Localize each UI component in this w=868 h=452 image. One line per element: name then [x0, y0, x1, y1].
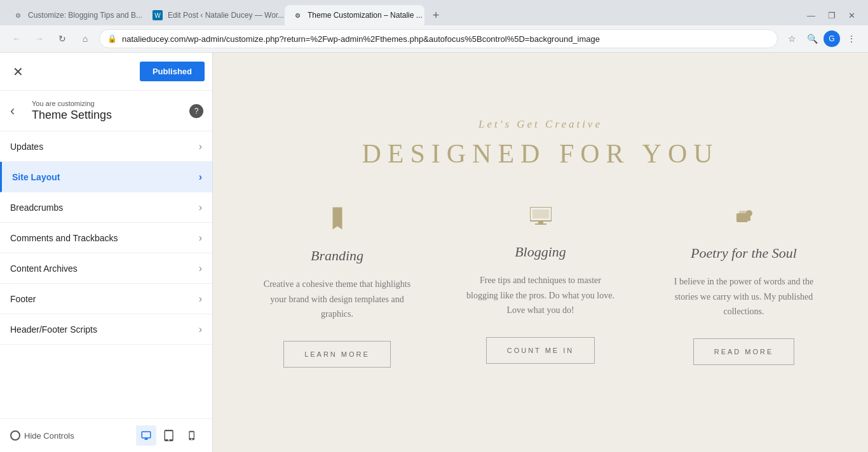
sidebar-item-comments-trackbacks-label: Comments and Trackbacks	[10, 233, 118, 243]
sidebar-header: ✕ Published	[0, 53, 212, 91]
sidebar-item-content-archives-label: Content Archives	[10, 263, 78, 274]
features-grid: Branding Creative a cohesive theme that …	[223, 207, 858, 387]
sidebar-item-breadcrumbs[interactable]: Breadcrumbs ›	[0, 192, 212, 223]
updates-arrow-icon: ›	[199, 141, 202, 152]
hide-controls-button[interactable]: Hide Controls	[10, 430, 74, 441]
branding-button[interactable]: LEARN MORE	[283, 341, 391, 368]
feature-card-blogging: Blogging Free tips and techniques to mas…	[439, 207, 642, 387]
svg-rect-7	[748, 216, 750, 221]
sidebar-item-footer-label: Footer	[10, 294, 36, 304]
reload-button[interactable]: ↻	[53, 30, 71, 48]
hero-subtitle: Let's Get Creative	[478, 118, 602, 131]
new-tab-button[interactable]: +	[427, 6, 445, 24]
forward-nav-button[interactable]: →	[31, 30, 48, 48]
poetry-description: I believe in the power of words and the …	[668, 274, 820, 319]
poetry-icon	[734, 207, 754, 232]
address-text: natalieducey.com/wp-admin/customize.php?…	[122, 34, 600, 44]
preview-content: Let's Get Creative DESIGNED FOR YOU Bran…	[213, 53, 868, 452]
search-button[interactable]: 🔍	[803, 30, 821, 48]
mobile-icon	[187, 430, 197, 441]
published-button[interactable]: Published	[140, 62, 205, 81]
sidebar-item-header-footer-scripts[interactable]: Header/Footer Scripts ›	[0, 314, 212, 345]
tab-1-label: Customize: Blogging Tips and B...	[28, 11, 142, 20]
tab-bar: ⚙ Customize: Blogging Tips and B... ✕ W …	[0, 0, 868, 25]
poetry-button[interactable]: READ MORE	[693, 338, 795, 365]
preview-area: Let's Get Creative DESIGNED FOR YOU Bran…	[213, 53, 868, 452]
home-button[interactable]: ⌂	[76, 30, 94, 48]
maximize-button[interactable]: ❐	[828, 11, 836, 20]
customizing-label: You are customizing	[32, 100, 202, 107]
svg-point-6	[746, 210, 752, 216]
main-area: ✕ Published ‹ You are customizing Theme …	[0, 53, 868, 452]
desktop-view-button[interactable]	[136, 425, 156, 446]
tablet-view-button[interactable]	[159, 425, 179, 446]
header-footer-scripts-arrow-icon: ›	[199, 324, 202, 335]
tab-1-favicon: ⚙	[13, 10, 23, 20]
tab-3-favicon: ⚙	[292, 10, 302, 20]
mobile-view-button[interactable]	[182, 425, 202, 446]
blogging-icon	[530, 207, 552, 231]
back-nav-button[interactable]: ←	[8, 30, 25, 48]
blogging-description: Free tips and techniques to master blogg…	[465, 273, 617, 318]
content-archives-arrow-icon: ›	[199, 263, 202, 274]
back-button[interactable]: ‹	[10, 103, 15, 119]
sidebar-item-site-layout-label: Site Layout	[12, 172, 60, 182]
sidebar-item-updates-label: Updates	[10, 142, 43, 152]
feature-card-poetry: Poetry for the Soul I believe in the pow…	[642, 207, 846, 387]
menu-items: Updates › Site Layout › Breadcrumbs › Co…	[0, 131, 212, 418]
poetry-title: Poetry for the Soul	[691, 245, 797, 262]
branding-title: Branding	[311, 248, 363, 264]
minimize-button[interactable]: —	[807, 11, 815, 20]
hero-title: DESIGNED FOR YOU	[362, 138, 719, 169]
breadcrumbs-arrow-icon: ›	[199, 202, 202, 213]
sidebar-item-updates[interactable]: Updates ›	[0, 131, 212, 162]
browser-actions: ☆ 🔍 G ⋮	[783, 30, 860, 48]
close-window-button[interactable]: ✕	[848, 11, 855, 20]
branding-icon	[328, 207, 347, 235]
hide-controls-label: Hide Controls	[24, 431, 74, 441]
bookmark-button[interactable]: ☆	[783, 30, 801, 48]
hide-controls-circle-icon	[10, 430, 20, 441]
tab-1[interactable]: ⚙ Customize: Blogging Tips and B... ✕	[5, 5, 145, 25]
sidebar: ✕ Published ‹ You are customizing Theme …	[0, 53, 213, 452]
svg-rect-1	[532, 209, 549, 218]
svg-rect-3	[535, 223, 546, 225]
lock-icon: 🔒	[107, 34, 117, 43]
tab-3-label: Theme Customization – Natalie ...	[308, 11, 423, 20]
sidebar-item-footer[interactable]: Footer ›	[0, 284, 212, 314]
menu-button[interactable]: ⋮	[843, 30, 860, 48]
sidebar-item-content-archives[interactable]: Content Archives ›	[0, 253, 212, 284]
sidebar-item-breadcrumbs-label: Breadcrumbs	[10, 203, 63, 213]
footer-arrow-icon: ›	[199, 293, 202, 305]
site-layout-arrow-icon: ›	[199, 171, 202, 183]
branding-description: Creative a cohesive theme that highlight…	[261, 277, 414, 322]
tablet-icon	[163, 430, 175, 441]
blogging-button[interactable]: COUNT ME IN	[486, 337, 595, 364]
address-bar-row: ← → ↻ ⌂ 🔒 natalieducey.com/wp-admin/cust…	[0, 25, 868, 52]
browser-chrome: ⚙ Customize: Blogging Tips and B... ✕ W …	[0, 0, 868, 53]
sidebar-item-header-footer-scripts-label: Header/Footer Scripts	[10, 324, 97, 335]
blogging-title: Blogging	[515, 244, 566, 260]
theme-title: Theme Settings	[32, 109, 202, 122]
tab-2-favicon: W	[153, 10, 163, 20]
profile-button[interactable]: G	[824, 30, 840, 47]
window-controls: — ❐ ✕	[807, 11, 863, 20]
sidebar-item-site-layout[interactable]: Site Layout ›	[0, 162, 212, 192]
sidebar-title-area: ‹ You are customizing Theme Settings ?	[0, 91, 212, 131]
device-buttons	[136, 425, 202, 446]
svg-rect-2	[538, 221, 543, 223]
feature-card-branding: Branding Creative a cohesive theme that …	[236, 207, 439, 387]
tab-3[interactable]: ⚙ Theme Customization – Natalie ... ✕	[285, 5, 424, 25]
address-bar[interactable]: 🔒 natalieducey.com/wp-admin/customize.ph…	[99, 29, 778, 48]
sidebar-footer: Hide Controls	[0, 418, 212, 452]
help-button[interactable]: ?	[189, 104, 203, 118]
tab-2-label: Edit Post ‹ Natalie Ducey — Wor...	[168, 11, 284, 20]
close-customizer-button[interactable]: ✕	[8, 64, 28, 79]
tab-2[interactable]: W Edit Post ‹ Natalie Ducey — Wor... ✕	[145, 5, 285, 25]
desktop-icon	[140, 430, 152, 441]
sidebar-item-comments-trackbacks[interactable]: Comments and Trackbacks ›	[0, 223, 212, 253]
comments-arrow-icon: ›	[199, 232, 202, 244]
